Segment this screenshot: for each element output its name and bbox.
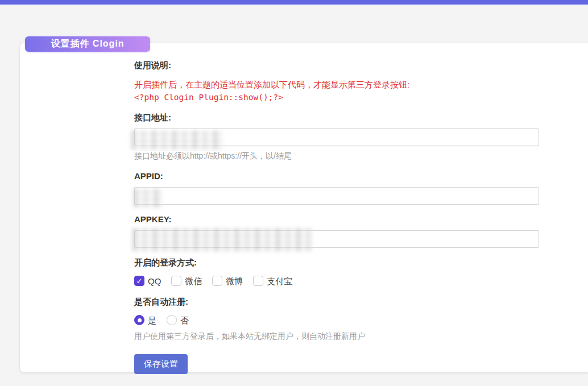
alipay-checkbox-label: 支付宝 xyxy=(267,277,292,285)
api-url-input-wrap xyxy=(134,128,539,146)
api-url-label: 接口地址: xyxy=(134,112,565,123)
auto-register-group: 是否自动注册: 是 否 用户使用第三方登录后，如果本站无绑定用户，则自动注册新用… xyxy=(134,296,565,342)
login-method-alipay[interactable]: ✓ 支付宝 xyxy=(253,276,292,286)
auto-register-yes[interactable]: 是 xyxy=(134,315,156,325)
save-settings-button[interactable]: 保存设置 xyxy=(134,354,188,374)
api-url-help-text: 接口地址必须以http://或https://开头，以/结尾 xyxy=(134,151,565,161)
appid-input[interactable] xyxy=(134,187,539,205)
qq-checkbox[interactable]: ✓ xyxy=(134,276,144,286)
no-radio[interactable] xyxy=(167,315,177,325)
top-accent-bar xyxy=(0,0,588,5)
wechat-checkbox-label: 微信 xyxy=(185,277,202,285)
login-methods-group: 开启的登录方式: ✓ QQ ✓ 微信 ✓ 微博 ✓ 支付宝 xyxy=(134,257,565,287)
yes-radio[interactable] xyxy=(134,315,144,325)
appid-field-group: APPID: xyxy=(134,171,565,205)
check-icon: ✓ xyxy=(136,277,143,285)
page-title-badge: 设置插件 Clogin xyxy=(25,36,150,52)
appkey-input[interactable] xyxy=(134,230,539,248)
appid-input-wrap xyxy=(134,187,539,205)
login-method-wechat[interactable]: ✓ 微信 xyxy=(171,276,202,286)
login-methods-label: 开启的登录方式: xyxy=(134,257,565,268)
appkey-field-group: APPKEY: xyxy=(134,214,565,248)
auto-register-help-text: 用户使用第三方登录后，如果本站无绑定用户，则自动注册新用户 xyxy=(134,331,565,342)
settings-card: 设置插件 Clogin 使用说明: 开启插件后，在主题的适当位置添加以下代码，才… xyxy=(20,43,588,372)
qq-checkbox-label: QQ xyxy=(148,277,161,285)
wechat-checkbox[interactable]: ✓ xyxy=(171,276,181,286)
login-methods-options: ✓ QQ ✓ 微信 ✓ 微博 ✓ 支付宝 xyxy=(134,275,565,287)
appkey-input-wrap xyxy=(134,230,539,248)
settings-form: 使用说明: 开启插件后，在主题的适当位置添加以下代码，才能显示第三方登录按钮: … xyxy=(20,43,588,374)
login-method-qq[interactable]: ✓ QQ xyxy=(134,276,161,286)
usage-code-snippet: <?php Clogin_Plugin::show();?> xyxy=(134,91,565,104)
weibo-checkbox-label: 微博 xyxy=(226,277,243,285)
usage-section: 使用说明: 开启插件后，在主题的适当位置添加以下代码，才能显示第三方登录按钮: … xyxy=(134,60,565,104)
usage-warning-text: 开启插件后，在主题的适当位置添加以下代码，才能显示第三方登录按钮: xyxy=(134,78,565,91)
radio-dot xyxy=(138,318,142,322)
usage-label: 使用说明: xyxy=(134,60,565,71)
weibo-checkbox[interactable]: ✓ xyxy=(212,276,222,286)
login-method-weibo[interactable]: ✓ 微博 xyxy=(212,276,243,286)
api-url-input[interactable] xyxy=(134,128,539,146)
api-url-field-group: 接口地址: 接口地址必须以http://或https://开头，以/结尾 xyxy=(134,112,565,161)
plugin-settings-page: { "colors": { "bg": "#f4f4f5", "card": "… xyxy=(0,0,588,386)
auto-register-options: 是 否 xyxy=(134,314,565,326)
page-title: 设置插件 Clogin xyxy=(51,38,124,50)
auto-register-no[interactable]: 否 xyxy=(167,315,189,325)
yes-radio-label: 是 xyxy=(148,316,156,325)
alipay-checkbox[interactable]: ✓ xyxy=(253,276,263,286)
appid-label: APPID: xyxy=(134,171,565,182)
appkey-label: APPKEY: xyxy=(134,214,565,225)
no-radio-label: 否 xyxy=(180,316,189,325)
auto-register-label: 是否自动注册: xyxy=(134,296,565,308)
